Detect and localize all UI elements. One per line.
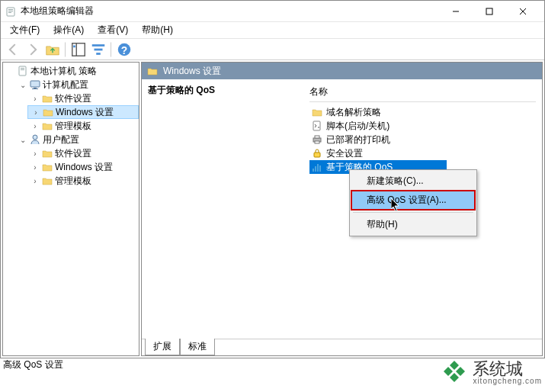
details-pane: Windows 设置 基于策略的 QoS 名称 域名解析策略 [141,62,543,356]
expander-icon[interactable] [6,66,15,76]
folder-icon [41,161,53,173]
chevron-down-icon[interactable]: ⌄ [18,135,27,144]
menu-file[interactable]: 文件(F) [4,22,46,38]
svg-rect-11 [92,44,105,47]
lock-icon [311,147,323,159]
app-icon [5,5,18,18]
user-icon [29,133,41,146]
svg-rect-19 [30,81,40,87]
contextmenu-help[interactable]: 帮助(H) [351,215,475,234]
svg-rect-2 [8,11,13,11]
chevron-right-icon[interactable]: › [31,108,40,117]
svg-rect-30 [317,164,319,172]
tree-label: 本地计算机 策略 [30,65,97,78]
list-item-label: 域名解析策略 [326,106,381,119]
chevron-right-icon[interactable]: › [30,121,40,130]
watermark: 系统城 xitongcheng.com [441,358,542,387]
tree-item-software-settings[interactable]: › 软件设置 [27,92,139,105]
watermark-brand: 系统城 [473,361,523,378]
svg-rect-5 [486,8,492,14]
list-item-label: 脚本(启动/关机) [326,120,390,133]
tree-label: Windows 设置 [56,106,114,119]
selection-heading: 基于策略的 QoS [148,84,300,100]
chevron-right-icon[interactable]: › [30,149,40,158]
details-description-column: 基于策略的 QoS [148,84,300,334]
watermark-url: xitongcheng.com [473,378,542,385]
tree-item-user-admin-templates[interactable]: › 管理模板 [27,174,139,188]
statusbar: 高级 QoS 设置 [0,358,66,372]
tab-extended[interactable]: 扩展 [145,339,180,355]
chevron-right-icon[interactable]: › [30,162,40,172]
chevron-right-icon[interactable]: › [30,94,40,103]
tree-root[interactable]: 本地计算机 策略 [3,64,139,78]
details-tabstrip: 扩展 标准 [142,339,542,355]
tree-item-admin-templates[interactable]: › 管理模板 [27,119,139,133]
tab-standard[interactable]: 标准 [180,339,215,355]
svg-rect-8 [72,43,85,56]
list-item[interactable]: 安全设置 [309,146,536,160]
policy-tree: 本地计算机 策略 ⌄ 计算机配置 [3,64,139,188]
show-hide-tree-button[interactable] [69,41,88,58]
computer-icon [29,79,41,91]
list-item-label: 安全设置 [326,147,363,160]
toolbar: ? [1,39,544,60]
maximize-button[interactable] [473,1,506,22]
help-button[interactable]: ? [115,41,133,58]
forward-button[interactable] [24,41,42,58]
svg-rect-3 [8,12,11,13]
folder-icon [41,92,53,104]
minimize-button[interactable] [439,1,473,22]
folder-icon [146,65,159,77]
menu-action[interactable]: 操作(A) [47,22,90,38]
chevron-right-icon[interactable]: › [30,176,40,185]
svg-marker-35 [450,373,459,382]
chevron-down-icon[interactable]: ⌄ [18,80,27,89]
tree-user-config[interactable]: ⌄ 用户配置 [15,133,139,146]
contextmenu-new-policy[interactable]: 新建策略(C)... [351,172,475,191]
column-header-name[interactable]: 名称 [309,84,536,102]
list-item[interactable]: 已部署的打印机 [309,133,536,146]
svg-rect-20 [34,88,37,88]
tree-label: 软件设置 [55,92,91,105]
menu-view[interactable]: 查看(V) [91,22,134,38]
tree-label: 软件设置 [55,147,91,160]
svg-rect-27 [314,153,320,157]
svg-rect-17 [21,68,24,69]
tree-pane[interactable]: 本地计算机 策略 ⌄ 计算机配置 [2,62,139,356]
contextmenu-advanced-qos[interactable]: 高级 QoS 设置(A)... [351,191,475,210]
tree-label: 管理模板 [55,120,91,133]
svg-text:?: ? [121,44,127,56]
up-button[interactable] [43,41,62,58]
svg-point-22 [33,135,37,140]
list-item[interactable]: 脚本(启动/关机) [309,119,536,133]
close-button[interactable] [506,1,540,22]
tree-item-user-software[interactable]: › 软件设置 [27,146,139,160]
window-title: 本地组策略编辑器 [21,5,439,18]
cursor-icon [391,198,403,214]
svg-rect-31 [319,165,321,172]
context-menu: 新建策略(C)... 高级 QoS 设置(A)... 帮助(H) [349,169,477,236]
watermark-logo-icon [441,358,468,387]
details-header: Windows 设置 [142,63,542,79]
svg-rect-16 [19,66,26,76]
svg-rect-13 [96,53,101,55]
tree-label: 用户配置 [43,133,79,146]
tree-item-windows-settings[interactable]: › Windows 设置 [27,105,139,119]
document-icon [17,65,29,77]
tree-label: 计算机配置 [43,79,88,92]
svg-rect-0 [7,8,14,16]
folder-icon [41,147,53,159]
svg-rect-29 [315,166,316,172]
contextmenu-separator [353,212,473,213]
menu-help[interactable]: 帮助(H) [136,22,179,38]
tree-label: Windows 设置 [55,161,113,174]
folder-icon [41,175,53,187]
back-button[interactable] [4,41,22,58]
tree-item-user-windows[interactable]: › Windows 设置 [27,160,139,174]
filter-button[interactable] [89,41,107,58]
script-icon [311,120,323,132]
tree-computer-config[interactable]: ⌄ 计算机配置 [15,78,139,92]
svg-rect-10 [73,45,75,47]
list-item[interactable]: 域名解析策略 [309,105,536,119]
svg-rect-25 [315,136,319,138]
